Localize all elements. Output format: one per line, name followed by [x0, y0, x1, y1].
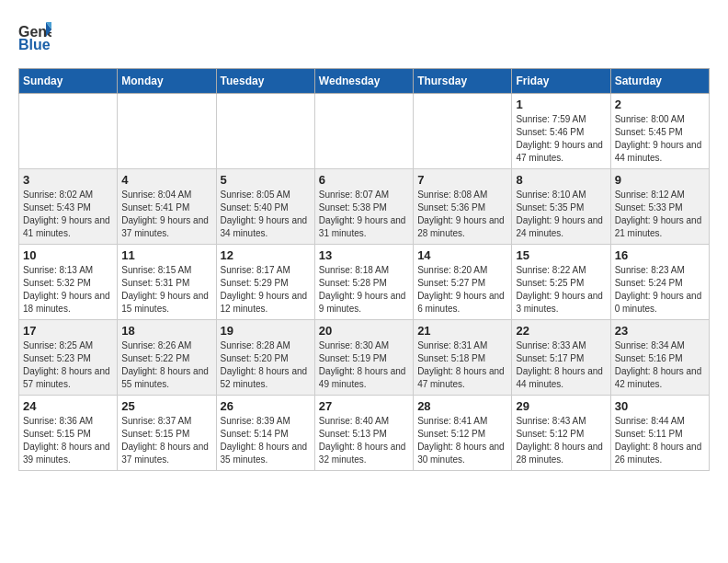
day-detail: Sunset: 5:29 PM: [221, 277, 311, 290]
day-detail: Sunset: 5:28 PM: [319, 277, 409, 290]
day-detail: Sunset: 5:24 PM: [615, 277, 705, 290]
weekday-header-saturday: Saturday: [610, 69, 709, 94]
day-detail: Sunset: 5:45 PM: [615, 126, 705, 139]
calendar-cell: 25Sunrise: 8:37 AMSunset: 5:15 PMDayligh…: [118, 396, 216, 471]
day-detail: Daylight: 9 hours and 47 minutes.: [516, 139, 606, 165]
day-detail: Sunset: 5:40 PM: [221, 201, 311, 214]
calendar-cell: 20Sunrise: 8:30 AMSunset: 5:19 PMDayligh…: [314, 320, 413, 396]
day-number: 1: [516, 98, 606, 111]
calendar-cell: [118, 94, 216, 169]
day-detail: Sunrise: 8:10 AM: [516, 189, 606, 201]
weekday-header-thursday: Thursday: [414, 69, 512, 94]
day-detail: Sunset: 5:23 PM: [23, 352, 113, 365]
day-number: 26: [221, 399, 311, 413]
day-detail: Daylight: 9 hours and 12 minutes.: [221, 290, 311, 316]
day-number: 4: [121, 173, 211, 187]
day-number: 30: [615, 399, 705, 413]
calendar-cell: 14Sunrise: 8:20 AMSunset: 5:27 PMDayligh…: [414, 245, 512, 320]
day-detail: Daylight: 9 hours and 3 minutes.: [516, 290, 606, 316]
day-number: 27: [319, 399, 409, 413]
calendar-cell: 27Sunrise: 8:40 AMSunset: 5:13 PMDayligh…: [314, 396, 413, 471]
day-detail: Sunset: 5:22 PM: [121, 352, 211, 365]
day-detail: Daylight: 9 hours and 44 minutes.: [615, 139, 705, 165]
week-row-4: 17Sunrise: 8:25 AMSunset: 5:23 PMDayligh…: [19, 320, 710, 396]
calendar-cell: 26Sunrise: 8:39 AMSunset: 5:14 PMDayligh…: [216, 396, 314, 471]
logo: General Blue: [18, 18, 51, 53]
day-number: 12: [221, 248, 311, 262]
day-detail: Sunrise: 8:02 AM: [23, 189, 113, 201]
calendar-cell: 24Sunrise: 8:36 AMSunset: 5:15 PMDayligh…: [19, 396, 118, 471]
day-number: 22: [516, 324, 606, 338]
day-detail: Daylight: 8 hours and 35 minutes.: [221, 441, 311, 466]
calendar-cell: 17Sunrise: 8:25 AMSunset: 5:23 PMDayligh…: [19, 320, 118, 396]
day-detail: Daylight: 8 hours and 44 minutes.: [516, 365, 606, 391]
day-detail: Sunrise: 8:28 AM: [221, 339, 311, 352]
day-detail: Daylight: 9 hours and 9 minutes.: [319, 290, 409, 316]
calendar-cell: 29Sunrise: 8:43 AMSunset: 5:12 PMDayligh…: [512, 396, 610, 471]
day-detail: Daylight: 9 hours and 28 minutes.: [417, 214, 507, 240]
week-row-5: 24Sunrise: 8:36 AMSunset: 5:15 PMDayligh…: [19, 396, 710, 471]
day-detail: Sunset: 5:43 PM: [23, 201, 113, 214]
day-detail: Sunset: 5:31 PM: [121, 277, 211, 290]
day-detail: Daylight: 9 hours and 18 minutes.: [23, 290, 113, 316]
day-detail: Daylight: 9 hours and 15 minutes.: [121, 290, 211, 316]
day-number: 21: [417, 324, 507, 338]
day-number: 29: [516, 399, 606, 413]
day-detail: Sunset: 5:25 PM: [516, 277, 606, 290]
day-detail: Daylight: 9 hours and 0 minutes.: [615, 290, 705, 316]
calendar-cell: 7Sunrise: 8:08 AMSunset: 5:36 PMDaylight…: [414, 169, 512, 245]
day-detail: Daylight: 9 hours and 41 minutes.: [23, 214, 113, 240]
calendar-cell: 23Sunrise: 8:34 AMSunset: 5:16 PMDayligh…: [610, 320, 709, 396]
day-detail: Sunrise: 8:00 AM: [615, 113, 705, 126]
day-detail: Sunrise: 8:23 AM: [615, 264, 705, 277]
day-detail: Sunrise: 8:37 AM: [121, 415, 211, 428]
day-detail: Sunrise: 8:15 AM: [121, 264, 211, 277]
calendar-cell: 11Sunrise: 8:15 AMSunset: 5:31 PMDayligh…: [118, 245, 216, 320]
calendar-table: SundayMondayTuesdayWednesdayThursdayFrid…: [18, 68, 710, 471]
calendar-cell: [216, 94, 314, 169]
day-detail: Daylight: 9 hours and 37 minutes.: [121, 214, 211, 240]
day-number: 9: [615, 173, 705, 187]
calendar-cell: 6Sunrise: 8:07 AMSunset: 5:38 PMDaylight…: [314, 169, 413, 245]
day-detail: Daylight: 8 hours and 52 minutes.: [221, 365, 311, 391]
calendar-cell: 21Sunrise: 8:31 AMSunset: 5:18 PMDayligh…: [414, 320, 512, 396]
logo-icon: General Blue: [18, 20, 51, 53]
day-detail: Sunrise: 8:33 AM: [516, 339, 606, 352]
day-detail: Sunrise: 8:13 AM: [23, 264, 113, 277]
day-detail: Sunrise: 8:30 AM: [319, 339, 409, 352]
calendar-cell: 4Sunrise: 8:04 AMSunset: 5:41 PMDaylight…: [118, 169, 216, 245]
day-detail: Sunrise: 8:07 AM: [319, 189, 409, 201]
day-detail: Sunset: 5:32 PM: [23, 277, 113, 290]
day-detail: Daylight: 8 hours and 30 minutes.: [417, 441, 507, 466]
calendar-cell: 9Sunrise: 8:12 AMSunset: 5:33 PMDaylight…: [610, 169, 709, 245]
day-detail: Sunset: 5:27 PM: [417, 277, 507, 290]
day-number: 8: [516, 173, 606, 187]
day-number: 13: [319, 248, 409, 262]
day-detail: Sunset: 5:33 PM: [615, 201, 705, 214]
day-number: 10: [23, 248, 113, 262]
day-detail: Daylight: 8 hours and 39 minutes.: [23, 441, 113, 466]
day-detail: Sunset: 5:20 PM: [221, 352, 311, 365]
calendar-cell: 22Sunrise: 8:33 AMSunset: 5:17 PMDayligh…: [512, 320, 610, 396]
weekday-header-wednesday: Wednesday: [314, 69, 413, 94]
day-detail: Sunrise: 8:20 AM: [417, 264, 507, 277]
day-detail: Sunset: 5:41 PM: [121, 201, 211, 214]
weekday-header-monday: Monday: [118, 69, 216, 94]
day-number: 23: [615, 324, 705, 338]
day-number: 16: [615, 248, 705, 262]
day-detail: Sunrise: 8:44 AM: [615, 415, 705, 428]
day-detail: Sunrise: 8:43 AM: [516, 415, 606, 428]
day-number: 2: [615, 98, 705, 111]
day-detail: Sunrise: 8:18 AM: [319, 264, 409, 277]
calendar-cell: [414, 94, 512, 169]
day-detail: Sunset: 5:36 PM: [417, 201, 507, 214]
day-detail: Daylight: 8 hours and 47 minutes.: [417, 365, 507, 391]
day-detail: Daylight: 9 hours and 21 minutes.: [615, 214, 705, 240]
day-number: 28: [417, 399, 507, 413]
day-detail: Sunrise: 8:41 AM: [417, 415, 507, 428]
day-detail: Sunrise: 8:39 AM: [221, 415, 311, 428]
day-detail: Sunset: 5:15 PM: [23, 428, 113, 441]
day-detail: Daylight: 8 hours and 42 minutes.: [615, 365, 705, 391]
week-row-3: 10Sunrise: 8:13 AMSunset: 5:32 PMDayligh…: [19, 245, 710, 320]
day-detail: Sunset: 5:17 PM: [516, 352, 606, 365]
